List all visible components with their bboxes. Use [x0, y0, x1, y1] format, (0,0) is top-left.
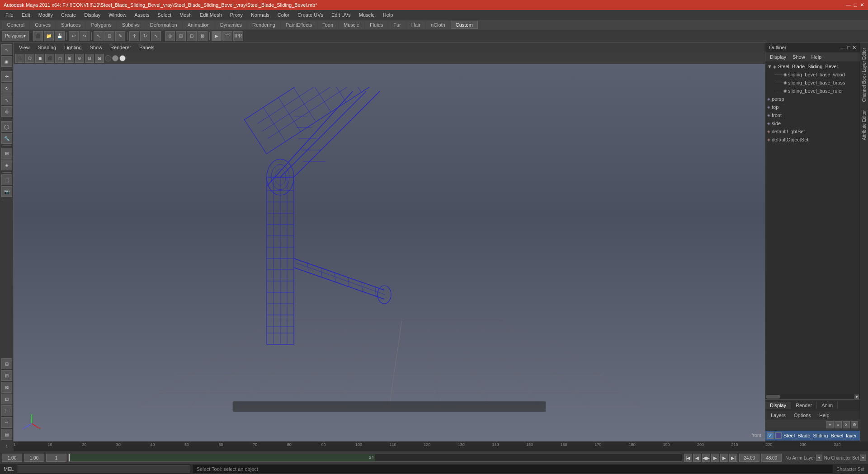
layer-color-swatch[interactable]	[775, 432, 782, 439]
shelf-tab-hair[interactable]: Hair	[406, 21, 425, 29]
toolbar-btn-select[interactable]: ↖	[94, 31, 104, 41]
playback-start-field[interactable]	[2, 454, 22, 462]
char-set-dropdown[interactable]: ▾	[860, 455, 866, 461]
menu-item-edit-mesh[interactable]: Edit Mesh	[196, 11, 226, 19]
outliner-item-default-object-set[interactable]: ◈ defaultObjectSet	[765, 136, 860, 144]
left-tool-layers4[interactable]: ⊡	[1, 394, 12, 404]
layer-btn-delete[interactable]: ✕	[843, 421, 850, 428]
menu-item-mesh[interactable]: Mesh	[176, 11, 195, 19]
vp-btn-isolate[interactable]: ⊙	[75, 54, 84, 63]
shelf-tab-surfaces[interactable]: Surfaces	[56, 21, 85, 29]
layer-visibility-checkbox[interactable]: ✓	[767, 432, 774, 439]
left-tool-soft[interactable]: ◯	[1, 121, 12, 132]
toolbar-btn-2[interactable]: 📁	[44, 31, 54, 41]
viewport-menu-panels[interactable]: Panels	[136, 44, 158, 51]
timeline-ruler[interactable]: 1 10 20 30 40 50 60 70 80 90 100 110 120…	[14, 441, 868, 451]
outliner-menu-show[interactable]: Show	[790, 53, 808, 61]
outliner-item-default-light-set[interactable]: ◈ defaultLightSet	[765, 127, 860, 136]
toolbar-btn-paint[interactable]: ✎	[115, 31, 125, 41]
left-tool-display[interactable]: ◈	[1, 160, 12, 170]
shelf-tab-animation[interactable]: Animation	[183, 21, 215, 29]
left-tool-layers7[interactable]: ▤	[1, 429, 12, 440]
layer-btn-new[interactable]: +	[826, 421, 834, 428]
play-back-button[interactable]: ◀▶	[702, 454, 710, 462]
total-end-field[interactable]	[761, 454, 782, 462]
toolbar-btn-4[interactable]: ↩	[69, 31, 79, 41]
vp-btn-smooth[interactable]: ◼	[35, 54, 44, 63]
go-to-end-button[interactable]: ▶|	[729, 454, 737, 462]
menu-item-file[interactable]: File	[2, 11, 17, 19]
shelf-tab-polygons[interactable]: Polygons	[86, 21, 116, 29]
vp-btn-quality-low[interactable]	[105, 55, 111, 61]
outliner-item-side[interactable]: ◈ side	[765, 119, 860, 127]
toolbar-btn-ipr[interactable]: IPR	[233, 31, 243, 41]
left-tool-rotate[interactable]: ↻	[1, 83, 12, 94]
toolbar-polygons-dropdown[interactable]: Polygons▾	[2, 31, 29, 41]
shelf-tab-fur[interactable]: Fur	[388, 21, 406, 29]
menu-item-window[interactable]: Window	[105, 11, 130, 19]
shelf-tab-subdivs[interactable]: Subdivs	[117, 21, 145, 29]
left-tool-paint[interactable]: ◉	[1, 56, 12, 67]
viewport-menu-renderer[interactable]: Renderer	[107, 44, 135, 51]
outliner-menu-help[interactable]: Help	[809, 53, 825, 61]
outliner-scroll-right[interactable]: ▶	[854, 394, 859, 399]
outliner-minimize[interactable]: —	[840, 45, 845, 51]
go-to-start-button[interactable]: |◀	[684, 454, 692, 462]
toolbar-btn-snap[interactable]: ⊕	[165, 31, 175, 41]
vp-btn-frame-all[interactable]: ⊡	[85, 54, 94, 63]
vp-btn-frame-sel[interactable]: ⊠	[95, 54, 104, 63]
playback-range-slider[interactable]: 24	[68, 454, 682, 462]
layer-item-steel-blade[interactable]: ✓ Steel_Blade_Sliding_Bevel_layer	[765, 431, 860, 441]
menu-item-color[interactable]: Color	[274, 11, 293, 19]
vp-btn-quality-med[interactable]	[112, 55, 118, 61]
toolbar-btn-render2[interactable]: 🎬	[222, 31, 232, 41]
shelf-tab-curves[interactable]: Curves	[30, 21, 56, 29]
menu-item-proxy[interactable]: Proxy	[226, 11, 246, 19]
toolbar-btn-1[interactable]: ⬛	[33, 31, 43, 41]
vp-btn-wireframe[interactable]: ⬡	[25, 54, 34, 63]
toolbar-btn-rotate[interactable]: ↻	[140, 31, 150, 41]
shelf-tab-rendering[interactable]: Rendering	[247, 21, 280, 29]
menu-item-display[interactable]: Display	[80, 11, 104, 19]
maximize-button[interactable]: □	[854, 2, 857, 8]
menu-item-edit-uvs[interactable]: Edit UVs	[328, 11, 354, 19]
layer-tab-display[interactable]: Display	[765, 402, 791, 409]
left-tool-show-manip[interactable]: ⊞	[1, 148, 12, 159]
left-tool-scale[interactable]: ⤡	[1, 94, 12, 105]
layer-btn-settings[interactable]: ⚙	[851, 421, 858, 428]
layer-subtab-help[interactable]: Help	[816, 412, 833, 419]
shelf-tab-custom[interactable]: Custom	[451, 21, 478, 29]
outliner-item-brass[interactable]: —— ◉ sliding_bevel_base_brass	[765, 79, 860, 87]
toolbar-btn-lasso[interactable]: ⊡	[104, 31, 114, 41]
step-back-button[interactable]: ◀	[693, 454, 701, 462]
left-tool-layers3[interactable]: ⊠	[1, 382, 12, 393]
outliner-tree[interactable]: ▼ ◈ Steel_Blade_Sliding_Bevel —— ◉ slidi…	[765, 61, 860, 394]
menu-item-modify[interactable]: Modify	[35, 11, 57, 19]
menu-item-normals[interactable]: Normals	[247, 11, 273, 19]
outliner-item-top[interactable]: ◈ top	[765, 103, 860, 111]
minimize-button[interactable]: —	[846, 2, 851, 8]
layer-tab-anim[interactable]: Anim	[817, 402, 838, 409]
shelf-tab-deformation[interactable]: Deformation	[145, 21, 182, 29]
menu-item-muscle[interactable]: Muscle	[355, 11, 378, 19]
layer-subtab-layers[interactable]: Layers	[767, 412, 789, 419]
step-forward-button[interactable]: ▶	[720, 454, 728, 462]
command-line-input[interactable]	[18, 465, 189, 473]
toolbar-btn-move[interactable]: ✛	[129, 31, 139, 41]
3d-viewport[interactable]: front x y z	[14, 64, 765, 441]
left-tool-snapshot[interactable]: 📷	[1, 186, 12, 197]
right-tab-channel-box[interactable]: Channel Box / Layer Editor	[861, 44, 868, 106]
outliner-item-ruler[interactable]: —— ◉ sliding_bevel_base_ruler	[765, 87, 860, 95]
viewport-menu-view[interactable]: View	[15, 44, 33, 51]
vp-btn-textured[interactable]: ⬛	[45, 54, 54, 63]
left-tool-layers2[interactable]: ⊞	[1, 370, 12, 381]
left-tool-transform[interactable]: ⊕	[1, 106, 12, 117]
outliner-item-front[interactable]: ◈ front	[765, 111, 860, 119]
toolbar-btn-scale[interactable]: ⤡	[151, 31, 161, 41]
layer-tab-render[interactable]: Render	[791, 402, 817, 409]
menu-item-help[interactable]: Help	[379, 11, 397, 19]
outliner-item-wood[interactable]: —— ◉ sliding_bevel_base_wood	[765, 70, 860, 79]
menu-item-select[interactable]: Select	[154, 11, 175, 19]
toolbar-btn-5[interactable]: ↪	[80, 31, 90, 41]
toolbar-btn-snap4[interactable]: ⊠	[198, 31, 208, 41]
